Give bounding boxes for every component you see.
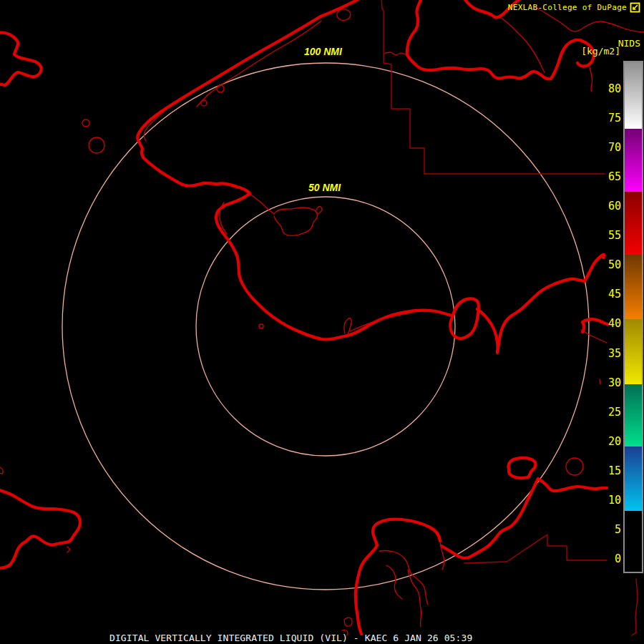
radar-display: 100 NMI 50 NMI NEXLAB-College of DuPage … [0,0,644,644]
map-small-circle-5 [566,458,583,475]
inner-range-ring [196,197,455,456]
map-small-circle-4 [259,324,263,328]
map-river-loop-tail [590,67,592,92]
outer-range-ring [62,63,589,590]
colorbar-segment-4 [625,319,642,384]
map-county-line-north [381,0,605,174]
map-small-circle-2 [217,85,224,92]
map-barrier-loop-nw [337,9,351,21]
colorbar-segment-5 [625,384,642,447]
map-barrier-islands-nw [144,21,321,141]
map-junction-west-line [385,52,407,55]
map-northeast-river [477,255,604,353]
colorbar-segment-1 [625,129,642,192]
map-south-bay-outline [356,519,440,634]
colorbar-tick-label: 40 [595,318,621,329]
colorbar-tick-label: 15 [595,465,621,477]
colorbar-tick-label: 30 [595,377,621,389]
map-south-barrier-detail [344,313,413,334]
map-small-circle-0 [82,119,89,127]
map-river-branch-detail [502,18,545,72]
radar-map-svg [0,0,644,644]
map-main-coastline [137,0,452,339]
map-topleft-lake [0,33,42,85]
map-southeast-island-loop [508,458,535,478]
dupage-logo-icon [630,2,640,13]
colorbar-tick-label: 70 [595,142,621,153]
colorbar-tick-label: 45 [595,288,621,300]
colorbar-tick-labels: 80757065605550454035302520151050 [595,0,621,644]
map-southwest-island [0,489,80,568]
legend-name-label: NIDS [618,38,640,49]
range-ring-label-50nmi: 50 NMI [308,182,341,193]
colorbar-tick-label: 80 [595,83,621,94]
colorbar-tick-label: 35 [595,348,621,359]
colorbar-tick-label: 5 [595,524,621,535]
map-small-circle-3 [201,100,207,106]
map-county-line-farright [632,579,638,635]
colorbar-tick-label: 55 [595,230,621,241]
range-ring-label-100nmi: 100 NMI [304,46,342,57]
colorbar-tick-label: 0 [595,553,621,565]
map-south-coast-east [441,479,607,558]
colorbar-tick-label: 20 [595,436,621,447]
colorbar-tick-label: 50 [595,259,621,270]
colorbar-segment-7 [625,511,642,570]
colorbar [623,61,643,573]
map-small-circle-1 [89,137,104,153]
colorbar-segment-0 [625,62,642,129]
colorbar-segment-2 [625,192,642,255]
colorbar-tick-label: 25 [595,406,621,418]
colorbar-segment-6 [625,447,642,511]
colorbar-segment-3 [625,255,642,319]
product-caption: DIGITAL VERTICALLY INTEGRATED LIQUID (VI… [109,633,472,643]
colorbar-tick-label: 10 [595,494,621,506]
colorbar-tick-label: 65 [595,171,621,182]
colorbar-tick-label: 75 [595,112,621,124]
map-bay-inner-lakes [379,542,444,627]
colorbar-tick-label: 60 [595,200,621,212]
